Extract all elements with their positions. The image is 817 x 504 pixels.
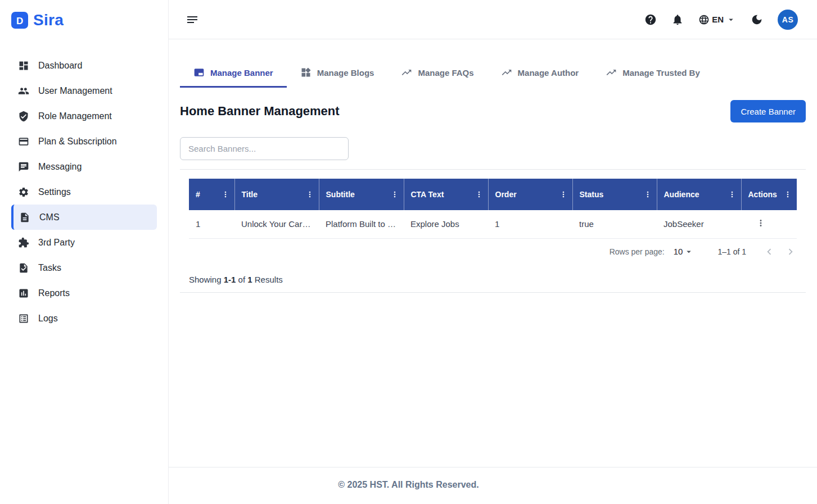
trending-up-icon [606, 67, 617, 78]
next-page-button[interactable] [784, 246, 797, 258]
main-area: EN AS Manage Banner Manage Blogs Manage … [169, 0, 817, 504]
tab-manage-trusted-by[interactable]: Manage Trusted By [592, 58, 714, 88]
summary-range: 1-1 [224, 275, 236, 284]
table-row[interactable]: 1 Unlock Your Career Platform Built to C… [189, 210, 797, 238]
sidebar-toggle-button[interactable] [186, 13, 199, 26]
table-header-row: # Title Subtitle CTA Text Order Status A… [189, 179, 797, 210]
tab-manage-blogs[interactable]: Manage Blogs [287, 58, 388, 88]
pagination: Rows per page: 10 1–1 of 1 [189, 246, 797, 258]
tab-label: Manage Trusted By [622, 68, 700, 78]
column-menu-icon[interactable] [783, 190, 792, 199]
search-input[interactable] [180, 137, 349, 160]
list-icon [18, 313, 29, 324]
cell-status: true [572, 210, 657, 238]
tab-label: Manage Banner [210, 68, 273, 78]
sidebar-item-label: Tasks [38, 263, 61, 273]
sidebar-item-label: Logs [38, 314, 58, 324]
widgets-icon [300, 67, 312, 78]
previous-page-button[interactable] [763, 246, 775, 258]
user-avatar[interactable]: AS [778, 10, 798, 30]
users-icon [18, 85, 29, 97]
sidebar-item-user-management[interactable]: User Management [11, 78, 157, 103]
rows-per-page-value: 10 [674, 247, 683, 256]
pagination-range: 1–1 of 1 [717, 247, 746, 256]
sidebar-item-label: User Management [38, 86, 112, 96]
rows-per-page-label: Rows per page: [610, 247, 665, 256]
column-menu-icon[interactable] [390, 190, 399, 199]
sidebar-item-tasks[interactable]: Tasks [11, 255, 157, 280]
svg-text:D: D [16, 16, 23, 26]
sidebar-item-label: Dashboard [38, 61, 82, 71]
sidebar-item-reports[interactable]: Reports [11, 280, 157, 306]
column-menu-icon[interactable] [305, 190, 314, 199]
tab-manage-faqs[interactable]: Manage FAQs [387, 58, 487, 88]
page-content: Manage Banner Manage Blogs Manage FAQs M… [169, 58, 817, 293]
language-code: EN [712, 15, 724, 24]
column-menu-icon[interactable] [221, 190, 230, 199]
globe-icon [698, 14, 710, 25]
create-banner-button[interactable]: Create Banner [730, 100, 806, 122]
brand-logo[interactable]: D Sira [0, 0, 168, 39]
column-header-title: Title [234, 179, 319, 210]
summary-total: 1 [247, 275, 252, 284]
chevron-down-icon [684, 247, 694, 257]
sidebar-item-label: Reports [38, 288, 70, 298]
column-header-status: Status [572, 179, 657, 210]
chevron-left-icon [763, 246, 775, 258]
credit-card-icon [18, 136, 29, 147]
puzzle-icon [18, 237, 29, 248]
cell-num: 1 [189, 210, 234, 238]
cell-audience: JobSeeker [657, 210, 741, 238]
sidebar-item-3rd-party[interactable]: 3rd Party [11, 230, 157, 255]
tab-manage-banner[interactable]: Manage Banner [180, 58, 287, 88]
sidebar-item-settings[interactable]: Settings [11, 179, 157, 205]
bar-chart-icon [18, 288, 29, 299]
sidebar-item-messaging[interactable]: Messaging [11, 154, 157, 179]
help-icon [644, 13, 657, 26]
help-button[interactable] [644, 13, 657, 26]
sidebar-item-label: Messaging [38, 162, 82, 172]
brand-name: Sira [33, 11, 64, 29]
sidebar-item-role-management[interactable]: Role Management [11, 103, 157, 129]
sidebar: D Sira Dashboard User Management Role Ma… [0, 0, 169, 504]
tab-label: Manage Blogs [317, 68, 374, 78]
cell-cta: Explore Jobs [404, 210, 488, 238]
summary-of: of [238, 275, 246, 284]
gear-icon [18, 187, 29, 198]
shield-check-icon [18, 111, 29, 122]
rows-per-page-select[interactable]: 10 [674, 247, 694, 257]
column-menu-icon[interactable] [643, 190, 652, 199]
language-selector[interactable]: EN [698, 14, 736, 25]
sidebar-item-plan-subscription[interactable]: Plan & Subscription [11, 129, 157, 154]
bell-icon [671, 13, 684, 26]
dashboard-icon [18, 60, 29, 71]
sidebar-item-label: 3rd Party [38, 238, 75, 248]
tab-label: Manage FAQs [418, 68, 473, 78]
column-menu-icon[interactable] [475, 190, 484, 199]
column-header-audience: Audience [657, 179, 741, 210]
sidebar-item-logs[interactable]: Logs [11, 306, 157, 331]
sidebar-item-cms[interactable]: CMS [11, 205, 157, 230]
tab-label: Manage Author [518, 68, 579, 78]
cell-order: 1 [488, 210, 572, 238]
sidebar-nav: Dashboard User Management Role Managemen… [0, 53, 168, 331]
task-icon [18, 262, 29, 274]
topbar: EN AS [169, 0, 817, 39]
trending-up-icon [501, 67, 512, 78]
sidebar-item-label: CMS [39, 212, 60, 223]
tab-manage-author[interactable]: Manage Author [488, 58, 593, 88]
summary-suffix: Results [255, 275, 283, 284]
column-menu-icon[interactable] [559, 190, 568, 199]
sidebar-item-dashboard[interactable]: Dashboard [11, 53, 157, 78]
sidebar-item-label: Role Management [38, 111, 112, 121]
cms-tabs: Manage Banner Manage Blogs Manage FAQs M… [180, 58, 806, 88]
column-menu-icon[interactable] [728, 190, 737, 199]
chevron-right-icon [784, 246, 797, 258]
brand-logo-icon: D [11, 12, 28, 29]
dark-mode-toggle[interactable] [751, 13, 763, 26]
column-header-cta: CTA Text [404, 179, 488, 210]
notifications-button[interactable] [671, 13, 684, 26]
row-actions-menu-icon[interactable] [756, 218, 766, 228]
sidebar-item-label: Settings [38, 187, 71, 197]
column-header-num: # [189, 179, 234, 210]
